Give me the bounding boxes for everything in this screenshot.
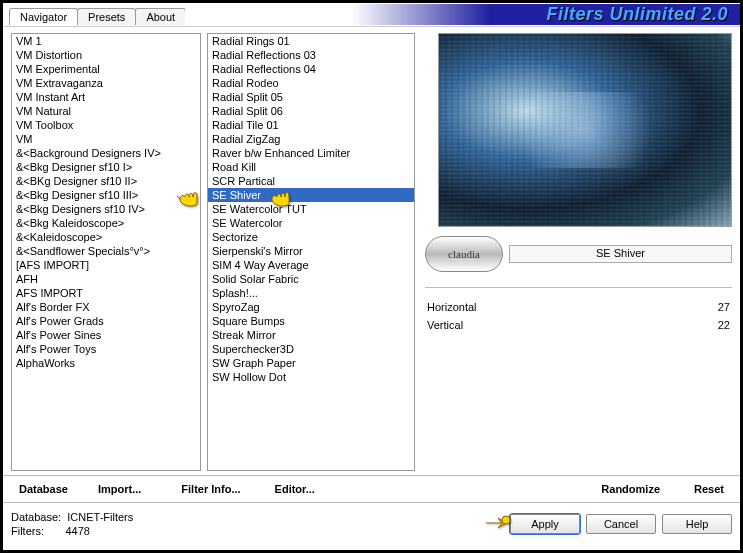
filter-item[interactable]: Solid Solar Fabric <box>208 272 414 286</box>
slider-value: 27 <box>700 301 730 313</box>
brand-area: Filters Unlimited 2.0 <box>185 4 740 25</box>
category-item[interactable]: VM Toolbox <box>12 118 200 132</box>
status-text: Database: ICNET-Filters Filters: 4478 <box>11 510 133 538</box>
editor-button[interactable]: Editor... <box>267 480 323 498</box>
slider-row[interactable]: Horizontal27 <box>425 298 732 316</box>
author-badge: claudia <box>425 236 503 272</box>
slider-label: Horizontal <box>427 301 497 313</box>
category-item[interactable]: &<Bkg Kaleidoscope> <box>12 216 200 230</box>
brand-title: Filters Unlimited 2.0 <box>546 4 728 24</box>
apply-button[interactable]: Apply <box>510 514 580 534</box>
filter-list[interactable]: Radial Rings 01Radial Reflections 03Radi… <box>207 33 415 471</box>
filter-item[interactable]: Sierpenski's Mirror <box>208 244 414 258</box>
preview-image <box>438 33 732 227</box>
category-item[interactable]: Alf's Power Sines <box>12 328 200 342</box>
reset-button[interactable]: Reset <box>686 480 732 498</box>
category-item[interactable]: &<Bkg Designers sf10 IV> <box>12 202 200 216</box>
category-item[interactable]: VM <box>12 132 200 146</box>
randomize-button[interactable]: Randomize <box>593 480 668 498</box>
filter-item[interactable]: Radial Split 05 <box>208 90 414 104</box>
main-area: VM 1VM DistortionVM ExperimentalVM Extra… <box>3 27 740 475</box>
category-item[interactable]: VM Experimental <box>12 62 200 76</box>
filter-item[interactable]: SW Graph Paper <box>208 356 414 370</box>
dialog-window: Navigator Presets About Filters Unlimite… <box>2 2 741 551</box>
filter-item[interactable]: SIM 4 Way Average <box>208 258 414 272</box>
category-item[interactable]: &<Bkg Designer sf10 I> <box>12 160 200 174</box>
filter-item[interactable]: Splash!... <box>208 286 414 300</box>
category-item[interactable]: Alf's Power Toys <box>12 342 200 356</box>
filter-item[interactable]: Radial Reflections 04 <box>208 62 414 76</box>
filter-info-button[interactable]: Filter Info... <box>173 480 248 498</box>
slider-value: 22 <box>700 319 730 331</box>
filter-item[interactable]: SCR Partical <box>208 174 414 188</box>
filter-item[interactable]: SW Hollow Dot <box>208 370 414 384</box>
separator <box>425 287 732 288</box>
category-item[interactable]: AlphaWorks <box>12 356 200 370</box>
filter-item[interactable]: Radial Reflections 03 <box>208 48 414 62</box>
tab-strip: Navigator Presets About <box>3 4 185 25</box>
slider-row[interactable]: Vertical22 <box>425 316 732 334</box>
category-item[interactable]: &<Background Designers IV> <box>12 146 200 160</box>
database-button[interactable]: Database <box>11 480 76 498</box>
category-list[interactable]: VM 1VM DistortionVM ExperimentalVM Extra… <box>11 33 201 471</box>
category-item[interactable]: AFH <box>12 272 200 286</box>
category-item[interactable]: VM Distortion <box>12 48 200 62</box>
svg-point-0 <box>502 516 510 524</box>
filter-item[interactable]: SE Shiver <box>208 188 414 202</box>
filter-item[interactable]: Radial Rings 01 <box>208 34 414 48</box>
category-item[interactable]: Alf's Power Grads <box>12 314 200 328</box>
category-item[interactable]: &<Kaleidoscope> <box>12 230 200 244</box>
category-item[interactable]: VM 1 <box>12 34 200 48</box>
cancel-button[interactable]: Cancel <box>586 514 656 534</box>
category-item[interactable]: &<BKg Designer sf10 II> <box>12 174 200 188</box>
slider-group: Horizontal27Vertical22 <box>425 298 732 334</box>
category-item[interactable]: AFS IMPORT <box>12 286 200 300</box>
filter-item[interactable]: Raver b/w Enhanced Limiter <box>208 146 414 160</box>
preview-section: claudia SE Shiver Horizontal27Vertical22 <box>415 33 732 475</box>
title-bar: Navigator Presets About Filters Unlimite… <box>3 3 740 27</box>
filter-name-field: SE Shiver <box>509 245 732 263</box>
tab-about[interactable]: About <box>135 8 186 25</box>
filter-item[interactable]: Radial Rodeo <box>208 76 414 90</box>
toolbar-row: Database Import... Filter Info... Editor… <box>3 475 740 503</box>
filter-item[interactable]: SE Watercolor TUT <box>208 202 414 216</box>
filter-item[interactable]: Sectorize <box>208 230 414 244</box>
help-button[interactable]: Help <box>662 514 732 534</box>
tab-presets[interactable]: Presets <box>77 8 136 25</box>
category-item[interactable]: Alf's Border FX <box>12 300 200 314</box>
filter-item[interactable]: Square Bumps <box>208 314 414 328</box>
category-item[interactable]: &<Sandflower Specials°v°> <box>12 244 200 258</box>
filter-item[interactable]: Road Kill <box>208 160 414 174</box>
category-item[interactable]: VM Extravaganza <box>12 76 200 90</box>
filter-item[interactable]: Streak Mirror <box>208 328 414 342</box>
filter-name-row: claudia SE Shiver <box>425 235 732 273</box>
filter-item[interactable]: Radial Tile 01 <box>208 118 414 132</box>
category-item[interactable]: &<Bkg Designer sf10 III> <box>12 188 200 202</box>
filter-item[interactable]: Radial Split 06 <box>208 104 414 118</box>
category-item[interactable]: VM Natural <box>12 104 200 118</box>
tab-navigator[interactable]: Navigator <box>9 8 78 25</box>
category-item[interactable]: VM Instant Art <box>12 90 200 104</box>
filter-item[interactable]: Superchecker3D <box>208 342 414 356</box>
filter-item[interactable]: Radial ZigZag <box>208 132 414 146</box>
import-button[interactable]: Import... <box>90 480 149 498</box>
filter-item[interactable]: SE Watercolor <box>208 216 414 230</box>
slider-label: Vertical <box>427 319 497 331</box>
status-row: Database: ICNET-Filters Filters: 4478 Ap… <box>3 503 740 545</box>
category-item[interactable]: [AFS IMPORT] <box>12 258 200 272</box>
filter-item[interactable]: SpyroZag <box>208 300 414 314</box>
